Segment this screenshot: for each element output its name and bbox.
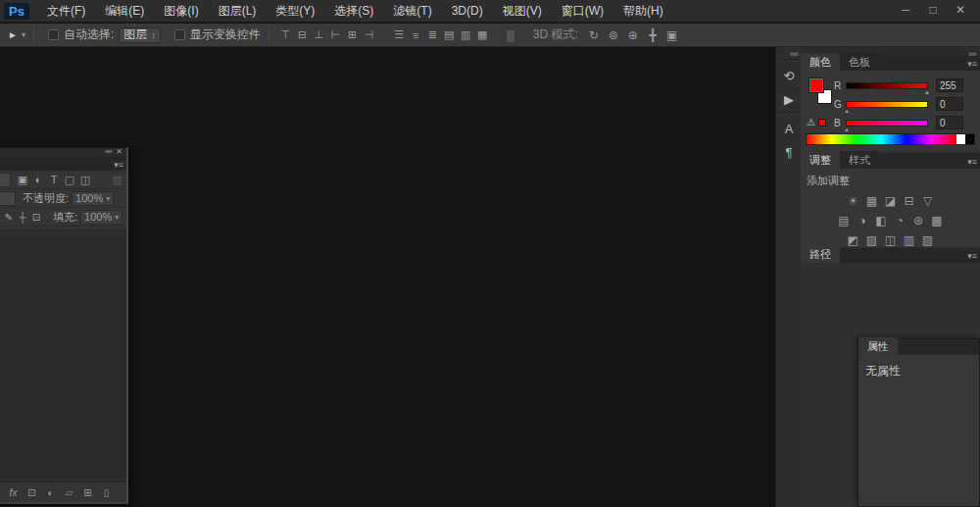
curves-icon[interactable]: ◪ [881, 193, 900, 208]
red-value-field[interactable]: 255 [936, 78, 963, 92]
filter-type-layers-icon[interactable]: T [46, 174, 62, 186]
align-bottom-edges-icon[interactable]: ⊥ [311, 28, 327, 41]
paragraph-panel-icon[interactable]: ¶ [786, 140, 793, 164]
new-group-icon[interactable]: ▱ [60, 487, 78, 498]
panel-menu-icon[interactable]: ▾≡ [967, 157, 977, 167]
move-tool-preset[interactable]: ► ▾ [8, 29, 25, 40]
character-panel-icon[interactable]: A [785, 117, 794, 140]
layer-mask-icon[interactable]: ⊡ [23, 487, 41, 498]
tab-paths[interactable]: 路径 [801, 245, 840, 263]
menu-layer[interactable]: 图层(L) [209, 0, 267, 22]
adjustment-layer-icon[interactable]: ◐ [41, 487, 60, 498]
menu-view[interactable]: 视图(V) [493, 0, 552, 22]
align-horizontal-centers-icon[interactable]: ⊞ [344, 28, 361, 41]
gradient-map-icon[interactable]: ▥ [900, 232, 918, 247]
lock-all-icon[interactable]: ⊡ [29, 212, 43, 223]
distribute-horizontal-centers-icon[interactable]: ▥ [458, 28, 474, 41]
invert-icon[interactable]: ◩ [844, 232, 862, 247]
auto-select-target-select[interactable]: 图层 ↕ [119, 27, 161, 43]
exposure-icon[interactable]: ⊟ [900, 193, 918, 208]
align-left-edges-icon[interactable]: ⊢ [327, 28, 344, 41]
panel-menu-icon[interactable]: ▾≡ [967, 251, 977, 261]
color-balance-icon[interactable]: ◑ [854, 213, 872, 228]
blue-value-field[interactable]: 0 [936, 116, 963, 129]
3d-roll-icon[interactable]: ⊚ [604, 28, 623, 42]
color-lookup-icon[interactable]: ▩ [928, 213, 947, 228]
distribute-right-edges-icon[interactable]: ▦ [474, 28, 491, 41]
layer-effects-icon[interactable]: fx [4, 487, 23, 498]
collapse-panel-icon[interactable]: «« [105, 147, 112, 156]
menu-select[interactable]: 选择(S) [324, 0, 383, 22]
blend-mode-select-fragment[interactable] [0, 191, 16, 206]
align-top-edges-icon[interactable]: ⊤ [277, 28, 294, 41]
menu-window[interactable]: 窗口(W) [552, 0, 613, 22]
white-swatch[interactable] [956, 134, 965, 144]
panel-menu-icon[interactable]: ▾≡ [967, 59, 977, 69]
3d-rotate-icon[interactable]: ↻ [584, 28, 604, 42]
red-slider[interactable]: ▲ [846, 82, 928, 89]
black-white-icon[interactable]: ◧ [872, 213, 891, 228]
layers-list[interactable] [0, 228, 126, 482]
chevron-down-icon[interactable]: ▾ [115, 213, 119, 222]
threshold-icon[interactable]: ◫ [881, 232, 900, 247]
green-slider-thumb[interactable]: ▲ [844, 108, 850, 114]
vibrance-icon[interactable]: ▽ [918, 193, 937, 208]
color-ramp[interactable] [806, 133, 975, 145]
filter-shape-layers-icon[interactable]: ▢ [62, 174, 77, 186]
filter-toggle-icon[interactable]: ▥ [113, 174, 122, 186]
close-button[interactable]: ✕ [947, 2, 974, 18]
lock-image-pixels-icon[interactable]: ✎ [2, 212, 16, 223]
spectrum-ramp[interactable] [807, 134, 956, 144]
lock-position-icon[interactable]: ┼ [16, 212, 29, 223]
fill-field[interactable]: 100% ▾ [80, 210, 122, 225]
show-transform-checkbox[interactable] [174, 29, 185, 40]
distribute-vertical-centers-icon[interactable]: ≡ [408, 29, 424, 41]
align-vertical-centers-icon[interactable]: ⊟ [294, 28, 311, 41]
tool-preset-dropdown-icon[interactable]: ▾ [22, 30, 25, 39]
menu-file[interactable]: 文件(F) [37, 0, 95, 22]
auto-select-checkbox[interactable] [48, 29, 59, 40]
opacity-field[interactable]: 100% ▾ [72, 191, 114, 206]
menu-3d[interactable]: 3D(D) [442, 0, 493, 22]
selective-color-icon[interactable]: ▧ [918, 232, 937, 247]
tab-properties[interactable]: 属性 [858, 337, 898, 355]
panel-menu-icon[interactable]: ▾≡ [114, 160, 123, 170]
actions-panel-icon[interactable]: ▶ [784, 87, 794, 111]
filter-pixel-layers-icon[interactable]: ▣ [15, 174, 30, 186]
tab-color[interactable]: 颜色 [801, 53, 840, 71]
red-slider-thumb[interactable]: ▲ [924, 89, 930, 95]
channel-mixer-icon[interactable]: ⊛ [909, 213, 928, 228]
distribute-top-edges-icon[interactable]: ☰ [391, 28, 408, 41]
gamut-color-swatch[interactable] [818, 119, 826, 127]
gamut-warning[interactable]: ⚠ [807, 117, 826, 127]
filter-type-select-fragment[interactable] [0, 173, 11, 187]
green-slider[interactable]: ▲ [846, 101, 928, 108]
minimize-button[interactable]: ─ [892, 2, 919, 18]
maximize-button[interactable]: □ [919, 2, 947, 18]
tab-swatches[interactable]: 色板 [840, 53, 879, 71]
blue-slider-thumb[interactable]: ▲ [844, 127, 850, 132]
distribute-bottom-edges-icon[interactable]: ≣ [424, 28, 441, 41]
green-value-field[interactable]: 0 [936, 97, 963, 111]
posterize-icon[interactable]: ▨ [862, 232, 881, 247]
delete-layer-icon[interactable]: ▯ [97, 487, 116, 498]
menu-filter[interactable]: 滤镜(T) [383, 0, 441, 22]
tab-styles[interactable]: 样式 [840, 151, 879, 169]
foreground-color-swatch[interactable] [808, 77, 824, 93]
menu-image[interactable]: 图像(I) [154, 0, 208, 22]
tab-adjustments[interactable]: 调整 [801, 151, 840, 169]
expand-panels-icon[interactable]: «« [790, 49, 798, 59]
new-layer-icon[interactable]: ⊞ [78, 487, 97, 498]
distribute-left-edges-icon[interactable]: ▤ [441, 28, 458, 41]
menu-type[interactable]: 类型(Y) [266, 0, 324, 22]
3d-drag-icon[interactable]: ⊕ [623, 28, 643, 42]
3d-slide-icon[interactable]: ╋ [643, 28, 662, 42]
align-right-edges-icon[interactable]: ⊣ [361, 28, 377, 41]
photo-filter-icon[interactable]: ◔ [891, 213, 909, 228]
auto-align-layers-icon[interactable]: ▒ [503, 29, 519, 41]
levels-icon[interactable]: ▦ [862, 193, 881, 208]
history-panel-icon[interactable]: ⟲ [784, 64, 795, 87]
filter-adjustment-layers-icon[interactable]: ◐ [30, 174, 46, 186]
black-swatch[interactable] [965, 134, 974, 144]
menu-edit[interactable]: 编辑(E) [95, 0, 154, 22]
